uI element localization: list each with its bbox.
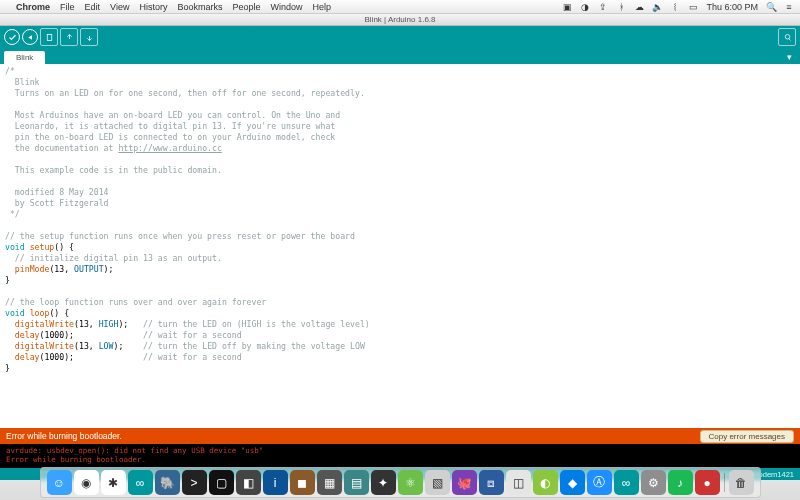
comment: modified 8 May 2014 — [5, 187, 109, 197]
status-icon-1[interactable]: ▣ — [562, 2, 572, 12]
menu-bookmarks[interactable]: Bookmarks — [177, 2, 222, 12]
dock-item-arduino[interactable]: ∞ — [128, 470, 153, 495]
menu-view[interactable]: View — [110, 2, 129, 12]
dock-item-iterm[interactable]: ▢ — [209, 470, 234, 495]
dock-item-preview[interactable]: ▧ — [425, 470, 450, 495]
dock-item-arduino2[interactable]: ∞ — [614, 470, 639, 495]
status-icon-5[interactable]: ☁ — [634, 2, 644, 12]
dock-item-spotify[interactable]: ♪ — [668, 470, 693, 495]
dock-area: ☺◉✱∞🐘>▢◧i◼▦▤✦⚛▧🐙⧈◫◐◆Ⓐ∞⚙♪●🗑 — [0, 468, 800, 500]
svg-rect-0 — [47, 34, 52, 40]
dock-item-app5[interactable]: ◐ — [533, 470, 558, 495]
dock-item-app2[interactable]: i — [263, 470, 288, 495]
dock-item-systempref[interactable]: ⚙ — [641, 470, 666, 495]
tab-blink[interactable]: Blink — [4, 51, 45, 64]
comment: Most Arduinos have an on-board LED you c… — [5, 110, 340, 120]
wifi-icon[interactable]: ⧙ — [670, 2, 680, 12]
dock-item-github[interactable]: 🐙 — [452, 470, 477, 495]
svg-point-1 — [785, 34, 790, 39]
open-sketch-button[interactable] — [60, 28, 78, 46]
dock-item-terminal[interactable]: > — [182, 470, 207, 495]
save-sketch-button[interactable] — [80, 28, 98, 46]
status-icon-2[interactable]: ◑ — [580, 2, 590, 12]
dock-item-dropbox[interactable]: ◆ — [560, 470, 585, 495]
sketch-tabstrip: Blink ▾ — [0, 48, 800, 64]
menu-help[interactable]: Help — [312, 2, 331, 12]
menu-window[interactable]: Window — [270, 2, 302, 12]
comment: // the setup function runs once when you… — [5, 231, 355, 241]
arduino-toolbar — [0, 26, 800, 48]
comment: Turns on an LED on for one second, then … — [5, 88, 365, 98]
dock-item-postgres[interactable]: 🐘 — [155, 470, 180, 495]
spotlight-icon[interactable]: 🔍 — [766, 2, 776, 12]
menu-people[interactable]: People — [232, 2, 260, 12]
dock-item-numbers[interactable]: ▤ — [344, 470, 369, 495]
notifications-icon[interactable]: ≡ — [784, 2, 794, 12]
dock-item-keynote[interactable]: ◼ — [290, 470, 315, 495]
dock-item-chrome[interactable]: ◉ — [74, 470, 99, 495]
dock-item-app6[interactable]: ● — [695, 470, 720, 495]
dock-item-app1[interactable]: ◧ — [236, 470, 261, 495]
macos-dock: ☺◉✱∞🐘>▢◧i◼▦▤✦⚛▧🐙⧈◫◐◆Ⓐ∞⚙♪●🗑 — [40, 467, 761, 498]
console-line: avrdude: usbdev_open(): did not find any… — [6, 446, 263, 455]
comment: Blink — [5, 77, 40, 87]
dock-item-app3[interactable]: ▦ — [317, 470, 342, 495]
dock-item-app4[interactable]: ✦ — [371, 470, 396, 495]
comment: // the loop function runs over and over … — [5, 297, 266, 307]
upload-button[interactable] — [22, 29, 38, 45]
new-sketch-button[interactable] — [40, 28, 58, 46]
menubar-clock[interactable]: Thu 6:00 PM — [706, 2, 758, 12]
dropbox-icon[interactable]: ⇪ — [598, 2, 608, 12]
console-line: Error while burning bootloader. — [6, 455, 146, 464]
dock-item-vm[interactable]: ◫ — [506, 470, 531, 495]
error-banner-text: Error while burning bootloader. — [6, 431, 122, 441]
doc-link[interactable]: http://www.arduino.cc — [118, 143, 222, 153]
app-name[interactable]: Chrome — [16, 2, 50, 12]
dock-item-appstore[interactable]: Ⓐ — [587, 470, 612, 495]
serial-monitor-button[interactable] — [778, 28, 796, 46]
comment: by Scott Fitzgerald — [5, 198, 109, 208]
battery-icon[interactable]: ▭ — [688, 2, 698, 12]
code-editor[interactable]: /* Blink Turns on an LED on for one seco… — [0, 64, 800, 428]
dock-item-slack[interactable]: ✱ — [101, 470, 126, 495]
tab-menu-button[interactable]: ▾ — [785, 50, 794, 64]
bluetooth-icon[interactable]: ᚼ — [616, 2, 626, 12]
mac-menubar: Chrome File Edit View History Bookmarks … — [0, 0, 800, 14]
volume-icon[interactable]: 🔈 — [652, 2, 662, 12]
comment: /* — [5, 66, 15, 76]
menu-file[interactable]: File — [60, 2, 75, 12]
error-banner: Error while burning bootloader. Copy err… — [0, 428, 800, 444]
comment: This example code is in the public domai… — [5, 165, 222, 175]
output-console[interactable]: avrdude: usbdev_open(): did not find any… — [0, 444, 800, 468]
menu-edit[interactable]: Edit — [85, 2, 101, 12]
dock-item-atom[interactable]: ⚛ — [398, 470, 423, 495]
dock-item-trash[interactable]: 🗑 — [729, 470, 754, 495]
window-titlebar: Blink | Arduino 1.6.8 — [0, 14, 800, 26]
copy-error-button[interactable]: Copy error messages — [700, 430, 794, 443]
comment: Leonardo, it is attached to digital pin … — [5, 121, 335, 131]
dock-item-finder[interactable]: ☺ — [47, 470, 72, 495]
comment: the documentation at http://www.arduino.… — [5, 143, 222, 153]
window-title: Blink | Arduino 1.6.8 — [364, 15, 435, 24]
comment: pin the on-board LED is connected to on … — [5, 132, 335, 142]
dock-item-virtualbox[interactable]: ⧈ — [479, 470, 504, 495]
verify-button[interactable] — [4, 29, 20, 45]
comment: */ — [5, 209, 20, 219]
menu-history[interactable]: History — [139, 2, 167, 12]
